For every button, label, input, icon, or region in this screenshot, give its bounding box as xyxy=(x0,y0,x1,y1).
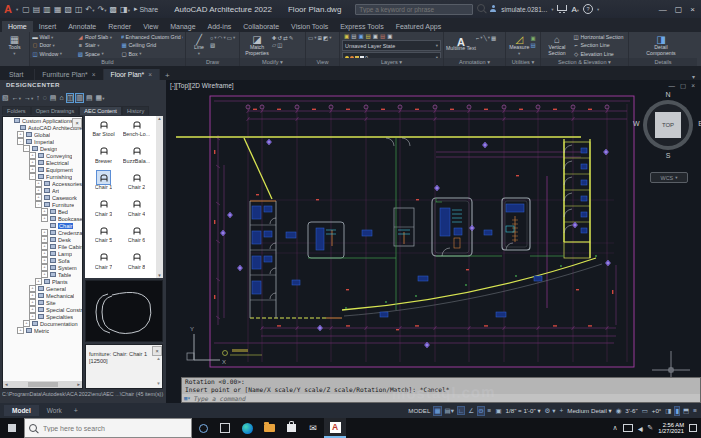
content-item[interactable]: Chair 8 xyxy=(120,251,153,278)
tree-node[interactable]: + Casework xyxy=(3,194,82,201)
help-dropdown-icon[interactable]: ▾ xyxy=(597,7,599,12)
expand-icon[interactable]: + xyxy=(29,285,36,292)
section-line-button[interactable]: ⌐Section Line xyxy=(573,41,624,49)
named-views-icon[interactable]: ▭ xyxy=(308,35,313,41)
layer-state-dropdown[interactable]: Unsaved Layer State▾ xyxy=(342,40,441,51)
horizontal-section-button[interactable]: ◫Horizontal Section xyxy=(573,33,624,41)
table-icon[interactable]: ▦ xyxy=(491,35,496,41)
layer-properties-icon[interactable]: ▣ xyxy=(344,33,349,39)
content-item[interactable]: BuzzBala... xyxy=(120,145,153,172)
new-file-icon[interactable]: ▢ xyxy=(22,5,30,14)
dimension-icon[interactable]: ⌐ xyxy=(476,35,479,41)
designcenter-title[interactable]: DESIGNCENTER xyxy=(0,80,166,91)
ceiling-grid-button[interactable]: ▦Ceiling Grid xyxy=(121,41,183,49)
customize-menu-icon[interactable]: ≡ xyxy=(693,407,697,414)
tree-node[interactable]: + Plants xyxy=(3,278,82,285)
description-toggle-icon[interactable]: ▤ xyxy=(86,94,93,102)
tree-node[interactable]: + Electrical xyxy=(3,159,82,166)
restore-button[interactable]: ▢ xyxy=(675,5,683,14)
content-vertical-scrollbar[interactable]: ▲ ▼ xyxy=(156,116,163,278)
tree-node[interactable]: + Metric xyxy=(3,327,82,334)
forward-icon[interactable]: →▾ xyxy=(24,94,33,101)
ribbon-tab[interactable]: Express Tools xyxy=(334,21,389,32)
leader-icon[interactable]: ╲ xyxy=(483,35,486,41)
ribbon-tab[interactable]: Insert xyxy=(33,21,63,32)
mirror-icon[interactable]: ⇄ xyxy=(283,35,288,41)
expand-icon[interactable]: + xyxy=(41,271,48,278)
clean-screen-icon[interactable]: ⬒ xyxy=(683,407,689,415)
layer-freeze-icon[interactable]: ▤ xyxy=(366,33,371,39)
ribbon-tab[interactable]: Featured Apps xyxy=(390,21,448,32)
user-avatar-icon[interactable] xyxy=(489,5,497,13)
expand-icon[interactable]: + xyxy=(29,313,36,320)
content-item[interactable]: Chair 4 xyxy=(120,198,153,225)
pen-icon[interactable]: ✎ xyxy=(647,424,653,432)
osnap-toggle-icon[interactable]: ⊙ xyxy=(478,407,483,415)
line-button[interactable]: ╱ Line▾ xyxy=(188,33,210,58)
viewcube-top-face[interactable]: TOP xyxy=(655,112,681,138)
globe-icon[interactable]: ◉ xyxy=(616,407,622,415)
space-button[interactable]: ▨Space▾ xyxy=(77,50,119,58)
view-panel-label[interactable]: View xyxy=(306,58,339,66)
wcs-dropdown[interactable]: WCS▾ xyxy=(650,172,688,183)
up-icon[interactable]: ↑ xyxy=(36,94,40,101)
expand-icon[interactable]: + xyxy=(41,215,48,222)
scroll-up-icon[interactable]: ▲ xyxy=(156,356,160,361)
tree-node[interactable]: - Imperial xyxy=(3,138,82,145)
logo-dropdown-icon[interactable]: ▾ xyxy=(16,7,18,12)
expand-icon[interactable]: + xyxy=(41,257,48,264)
minimize-button[interactable]: — xyxy=(659,5,667,14)
tree-node[interactable]: + Desk xyxy=(3,236,82,243)
isolate-objects-icon[interactable]: ◨ xyxy=(665,407,671,415)
expand-icon[interactable]: + xyxy=(41,264,48,271)
snap-toggle-icon[interactable]: ▤▾ xyxy=(445,407,454,415)
scroll-up-icon[interactable]: ▲ xyxy=(157,116,161,121)
scroll-thumb[interactable] xyxy=(28,382,58,387)
content-item[interactable]: Chair 5 xyxy=(87,224,120,251)
offset-icon[interactable]: ▱ xyxy=(272,42,276,48)
layer-prev-icon[interactable]: ▣ xyxy=(387,33,392,39)
start-button[interactable] xyxy=(0,418,24,438)
tree-node[interactable]: + Sofa xyxy=(3,257,82,264)
drawing-viewport[interactable]: Y X [-][Top][2D Wireframe] — ▢ × TOP N S… xyxy=(166,80,701,403)
open-file-icon[interactable]: ▤ xyxy=(33,5,41,14)
expand-icon[interactable]: + xyxy=(29,299,36,306)
description-close-button[interactable]: × xyxy=(152,346,162,356)
tree-node[interactable]: Chair xyxy=(3,222,82,229)
cart-icon[interactable] xyxy=(557,5,567,11)
arc-icon[interactable]: ◠ xyxy=(218,35,223,41)
autodesk-app-icon[interactable]: A▾ xyxy=(571,5,579,14)
expand-icon[interactable]: - xyxy=(35,201,42,208)
tree-node[interactable]: + Accessories xyxy=(3,180,82,187)
designcenter-tab[interactable]: AEC Content xyxy=(79,106,122,115)
tree-node[interactable]: Custom Applications xyxy=(3,117,82,124)
tree-node[interactable]: + Bookcase xyxy=(3,215,82,222)
description-scrollbar[interactable]: ▲ ▼ xyxy=(155,356,162,386)
vertical-section-button[interactable]: ⌂ Vertical Section xyxy=(543,33,571,58)
speaker-icon[interactable]: ◀) xyxy=(638,425,643,432)
window-button[interactable]: ◫Window▾ xyxy=(32,50,75,58)
ribbon-tab[interactable]: Manage xyxy=(164,21,201,32)
plot-icon[interactable]: ▧ xyxy=(64,5,72,14)
back-icon[interactable]: ←▾ xyxy=(12,94,21,101)
taskbar-search[interactable] xyxy=(24,418,192,438)
visual-style-icon[interactable]: ◩ xyxy=(323,35,328,41)
keyword-search-input[interactable] xyxy=(355,4,473,15)
username[interactable]: simulate.0281... xyxy=(501,6,547,13)
expand-icon[interactable]: + xyxy=(29,166,36,173)
move-icon[interactable]: ✚ xyxy=(272,35,277,41)
layer-match-icon[interactable]: ▤ xyxy=(380,33,385,39)
expand-icon[interactable]: + xyxy=(17,327,24,334)
expand-icon[interactable]: + xyxy=(29,152,36,159)
viewcube-south[interactable]: S xyxy=(641,152,695,159)
viewcube[interactable]: TOP N S W E xyxy=(641,92,695,162)
tree-node[interactable]: + Equipment xyxy=(3,166,82,173)
floor-plan-drawing[interactable]: Y X xyxy=(166,80,701,378)
close-button[interactable]: × xyxy=(690,5,695,14)
detail-components-button[interactable]: ◨ Detail Components xyxy=(631,33,691,58)
tree-node[interactable]: + Mechanical xyxy=(3,292,82,299)
tree-node[interactable]: - Furniture xyxy=(3,201,82,208)
user-dropdown-icon[interactable]: ▾ xyxy=(551,7,553,12)
ribbon-tab[interactable]: Add-ins xyxy=(202,21,238,32)
annotation-scale[interactable]: 1/8" = 1'-0" ▾ xyxy=(506,407,541,414)
